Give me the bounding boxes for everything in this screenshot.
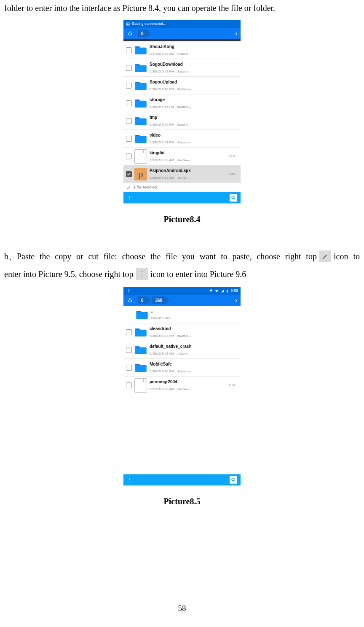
file-icon — [134, 149, 147, 164]
file-meta: 6/16/15 9:53 AMdrwxr-x--- — [150, 350, 192, 357]
file-meta: Parent folder — [151, 315, 170, 321]
file-name: video — [150, 131, 191, 139]
picture-8-5-wrap: ✱ 9:55 0 360 › ..Parent foldercleandroid… — [4, 287, 360, 486]
file-meta: 6/10/15 5:48 PMdrwxr-x--- — [150, 86, 191, 92]
check-icon — [126, 185, 131, 190]
checkbox[interactable] — [126, 329, 132, 335]
svg-point-4 — [128, 289, 129, 289]
folder-icon — [134, 80, 147, 91]
menu-icon[interactable]: ⋮ — [127, 192, 133, 204]
file-name: permmgr2004 — [150, 378, 190, 386]
checkbox[interactable] — [126, 382, 132, 388]
file-row[interactable]: MobileSafe6/10/15 5:46 PMdrwxr-x--- — [123, 359, 241, 377]
checkbox[interactable] — [126, 83, 132, 89]
file-row[interactable]: ShouJiKong6/17/15 9:32 AMdrwxr-x--- — [123, 41, 241, 59]
file-row[interactable]: SogouUpload6/10/15 5:48 PMdrwxr-x--- — [123, 77, 241, 94]
paragraph-b-line2: enter into Picture 9.5, choose right top… — [4, 266, 360, 282]
checkbox[interactable] — [126, 365, 132, 371]
breadcrumb-bar: 0 360 › — [123, 295, 241, 306]
file-name: SogouDownload — [150, 60, 191, 68]
search-button[interactable] — [230, 194, 237, 202]
file-row[interactable]: tmp6/10/15 5:46 PMdrwxr-x--- — [123, 112, 241, 130]
file-row[interactable]: default_native_crash6/16/15 9:53 AMdrwxr… — [123, 341, 241, 359]
checkbox[interactable] — [126, 47, 132, 53]
file-meta: 6/10/15 4:55 PMdrwxr-x--- — [150, 104, 191, 110]
signal-icon — [221, 289, 224, 293]
file-size: 2 kB — [229, 382, 238, 388]
picture-8-5-label: Picture8.5 — [4, 493, 360, 509]
file-meta: 6/17/15 9:32 AM-rw-rw---- — [150, 386, 190, 392]
folder-icon — [134, 327, 147, 338]
checkbox[interactable] — [126, 347, 132, 353]
search-button[interactable] — [230, 476, 237, 484]
status-time: 9:55 — [230, 287, 238, 294]
checkbox[interactable] — [126, 118, 132, 124]
empty-area — [123, 394, 241, 474]
file-row[interactable]: storage6/10/15 4:55 PMdrwxr-x--- — [123, 94, 241, 112]
file-row[interactable]: kingdid6/17/15 9:32 AM-rw-rw----32 B — [123, 148, 241, 165]
battery-icon — [226, 289, 229, 293]
file-meta: 6/16/15 9:52 AM-rw-rw---- — [150, 175, 191, 181]
svg-rect-6 — [227, 290, 228, 290]
checkbox[interactable] — [126, 153, 132, 159]
svg-point-8 — [232, 478, 234, 481]
file-row[interactable]: pPsiphonAndroid.apk6/16/15 9:52 AM-rw-rw… — [123, 165, 241, 183]
phone-screenshot-8-4: Saving screenshot... 0 › ShouJiKong6/17/… — [123, 20, 241, 204]
intro-text: folder to enter into the interface as Pi… — [4, 0, 360, 16]
file-name: cleandroid — [150, 325, 191, 333]
lock-icon[interactable] — [123, 298, 137, 303]
breadcrumb-0[interactable]: 0 — [138, 296, 147, 304]
folder-icon — [136, 309, 148, 320]
checkbox[interactable] — [126, 65, 132, 71]
chevron-right-icon[interactable]: › — [235, 28, 241, 39]
file-row[interactable]: video6/10/15 5:57 PMdrwxr-x--- — [123, 130, 241, 148]
menu-dots-icon: ⋮ — [136, 268, 148, 280]
folder-icon — [134, 45, 147, 56]
checkbox[interactable] — [126, 171, 132, 177]
selection-bar: 1 file selected. — [123, 183, 241, 192]
page-number: 58 — [0, 601, 364, 616]
file-row[interactable]: cleandroid6/10/15 6:03 PMdrwxr-x--- — [123, 323, 241, 341]
breadcrumb-bar: 0 › — [123, 28, 241, 39]
checkbox[interactable] — [126, 100, 132, 106]
file-row[interactable]: ..Parent folder — [123, 306, 241, 323]
file-name: ShouJiKong — [150, 43, 191, 51]
pencil-icon — [319, 250, 331, 262]
folder-icon — [134, 362, 147, 373]
file-meta: 6/10/15 5:57 PMdrwxr-x--- — [150, 139, 191, 145]
folder-icon — [134, 344, 147, 355]
folder-icon — [134, 98, 147, 109]
bluetooth-icon: ✱ — [209, 287, 213, 294]
file-meta: 6/10/15 5:46 PMdrwxr-x--- — [150, 121, 191, 128]
file-size: 3 MB — [228, 171, 238, 177]
breadcrumb-0[interactable]: 0 — [138, 30, 147, 37]
file-meta: 6/17/15 9:32 AM-rw-rw---- — [150, 157, 190, 163]
file-name: kingdid — [150, 149, 190, 157]
folder-icon — [134, 133, 147, 144]
android-status-bar: ✱ 9:55 — [123, 287, 241, 295]
svg-point-1 — [127, 24, 128, 24]
file-name: tmp — [150, 113, 191, 121]
svg-rect-7 — [129, 300, 132, 302]
file-icon — [134, 378, 147, 393]
breadcrumb-360[interactable]: 360 — [152, 296, 166, 304]
chevron-right-icon[interactable]: › — [235, 295, 241, 306]
file-name: PsiphonAndroid.apk — [150, 167, 191, 175]
menu-icon[interactable]: ⋮ — [127, 474, 133, 486]
svg-point-3 — [232, 196, 234, 199]
lock-icon[interactable] — [123, 31, 137, 36]
apk-icon: p — [134, 168, 147, 180]
paragraph-b-line1: b、Pastethecopyorcutfile:choosethefileyou… — [4, 248, 360, 264]
checkbox[interactable] — [126, 136, 132, 142]
bottom-bar: ⋮ — [123, 474, 241, 485]
file-meta: 6/10/15 5:46 PMdrwxr-x--- — [150, 368, 191, 374]
svg-rect-5 — [227, 290, 228, 292]
svg-rect-2 — [129, 33, 132, 35]
picture-8-4-label: Picture8.4 — [4, 211, 360, 227]
android-status-bar: Saving screenshot... — [123, 20, 241, 28]
file-meta: 6/10/15 5:48 PMdrwxr-x--- — [150, 68, 191, 75]
file-row[interactable]: SogouDownload6/10/15 5:48 PMdrwxr-x--- — [123, 59, 241, 77]
file-name: .. — [151, 307, 170, 315]
file-row[interactable]: permmgr20046/17/15 9:32 AM-rw-rw----2 kB — [123, 377, 241, 394]
phone-screenshot-8-5: ✱ 9:55 0 360 › ..Parent foldercleandroid… — [123, 287, 241, 486]
